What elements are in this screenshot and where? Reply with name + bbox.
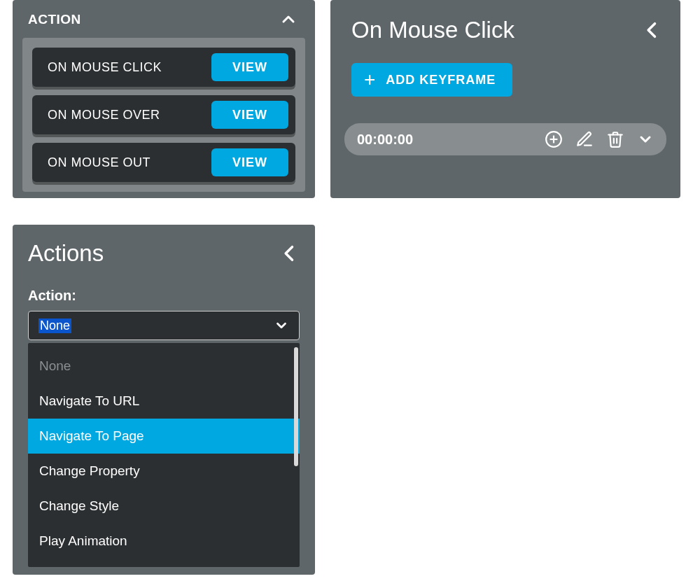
action-row-mouse-out: ON MOUSE OUT VIEW bbox=[32, 143, 295, 182]
action-select[interactable]: None bbox=[28, 311, 300, 340]
back-icon[interactable] bbox=[643, 18, 662, 42]
action-select-value: None bbox=[38, 318, 71, 333]
action-list: ON MOUSE CLICK VIEW ON MOUSE OVER VIEW O… bbox=[22, 38, 305, 192]
panel-action: ACTION ON MOUSE CLICK VIEW ON MOUSE OVER… bbox=[13, 0, 315, 198]
delete-icon[interactable] bbox=[606, 130, 624, 148]
view-button[interactable]: VIEW bbox=[211, 101, 288, 129]
add-icon[interactable] bbox=[545, 130, 563, 148]
keyframe-row-actions bbox=[545, 130, 654, 148]
view-button[interactable]: VIEW bbox=[211, 53, 288, 81]
back-icon[interactable] bbox=[280, 241, 300, 265]
action-row-label: ON MOUSE CLICK bbox=[48, 60, 162, 75]
edit-icon[interactable] bbox=[575, 130, 594, 148]
chevron-down-icon[interactable] bbox=[637, 131, 654, 148]
dropdown-item-navigate-to-page[interactable]: Navigate To Page bbox=[28, 419, 300, 454]
panel-action-title: ACTION bbox=[28, 12, 81, 27]
panel-title: Actions bbox=[28, 240, 104, 267]
view-button[interactable]: VIEW bbox=[211, 148, 288, 176]
action-row-mouse-click: ON MOUSE CLICK VIEW bbox=[32, 48, 295, 87]
dropdown-item-navigate-to-url[interactable]: Navigate To URL bbox=[28, 384, 300, 419]
keyframe-row[interactable]: 00:00:00 bbox=[344, 123, 666, 155]
panel-on-mouse-click: On Mouse Click + ADD KEYFRAME 00:00:00 bbox=[330, 0, 680, 198]
scrollbar[interactable] bbox=[294, 347, 298, 466]
panel-actions-select: Actions Action: None None Navigate To UR… bbox=[13, 225, 315, 575]
chevron-up-icon[interactable] bbox=[280, 11, 297, 28]
panel-title: On Mouse Click bbox=[351, 17, 514, 43]
action-select-dropdown: None Navigate To URL Navigate To Page Ch… bbox=[28, 343, 300, 567]
add-keyframe-label: ADD KEYFRAME bbox=[386, 73, 496, 88]
dropdown-item-change-property[interactable]: Change Property bbox=[28, 454, 300, 489]
action-field-label: Action: bbox=[28, 288, 315, 304]
action-row-label: ON MOUSE OUT bbox=[48, 155, 150, 170]
panel-action-header: ACTION bbox=[13, 0, 315, 35]
dropdown-item-none[interactable]: None bbox=[28, 349, 300, 384]
panel-header: On Mouse Click bbox=[330, 0, 680, 43]
action-row-mouse-over: ON MOUSE OVER VIEW bbox=[32, 95, 295, 134]
action-row-label: ON MOUSE OVER bbox=[48, 108, 160, 122]
dropdown-item-play-animation[interactable]: Play Animation bbox=[28, 524, 300, 559]
add-keyframe-button[interactable]: + ADD KEYFRAME bbox=[351, 63, 512, 97]
keyframe-time: 00:00:00 bbox=[357, 132, 413, 148]
chevron-down-icon bbox=[274, 318, 289, 333]
panel-header: Actions bbox=[13, 225, 315, 267]
dropdown-item-change-style[interactable]: Change Style bbox=[28, 489, 300, 524]
